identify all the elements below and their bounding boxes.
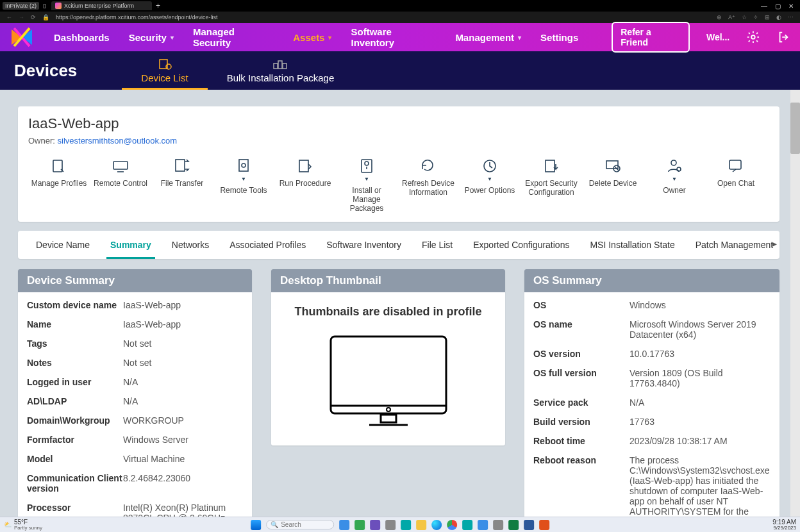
taskbar-app-icon[interactable] [385,520,396,530]
action-owner[interactable]: ▼Owner [644,154,705,215]
kv-key: Formfactor [27,432,123,447]
action-icon [481,157,499,175]
browser-titlebar: InPrivate (2) ▯ Xcitium Enterprise Platf… [0,0,800,12]
maximize-button[interactable]: ▢ [775,3,781,10]
tab-patch-management[interactable]: Patch Management [685,231,779,259]
device-summary-panel: Device Summary Custom device nameIaaS-We… [18,269,252,517]
nav-settings[interactable]: Settings [540,32,578,43]
gear-icon[interactable] [746,30,760,44]
kv-key: Name [27,317,123,332]
read-aloud-icon[interactable]: A⁺ [728,14,735,21]
taskbar-weather[interactable]: ⛅ 55°F Partly sunny [0,519,46,531]
action-delete-device[interactable]: Delete Device [582,154,644,215]
profile-icon[interactable]: ◐ [776,14,781,21]
svg-rect-3 [274,63,278,69]
action-export-security-configuration[interactable]: Export Security Configuration [521,154,582,215]
device-owner: Owner: silvestersmithtson@outlook.com [28,136,769,145]
tab-software-inventory[interactable]: Software Inventory [316,231,412,259]
action-label: Install or Manage Packages [337,186,396,213]
svg-rect-4 [278,61,282,69]
new-tab-button[interactable]: + [156,1,160,10]
app-logo-icon[interactable] [9,27,35,47]
action-remote-control[interactable]: Remote Control [90,154,151,215]
action-remote-tools[interactable]: ▼Remote Tools [213,154,274,215]
tabs-scroll-right-icon[interactable]: ▸ [772,238,777,249]
refer-friend-button[interactable]: Refer a Friend [612,22,690,53]
favorites-bar-icon[interactable]: ✧ [753,14,758,21]
word-icon[interactable] [524,520,534,530]
nav-software-inventory[interactable]: Software Inventory [351,26,436,48]
welcome-text[interactable]: Wel... [706,32,729,42]
minimize-button[interactable]: — [761,3,767,10]
taskbar-app-icon[interactable] [339,520,349,530]
app-header: Dashboards Security▾ Managed Security As… [0,23,800,51]
refresh-button[interactable]: ⟳ [31,14,36,21]
taskbar-app-icon[interactable] [462,520,472,530]
dropdown-indicator-icon: ▼ [364,176,369,182]
svg-rect-10 [239,160,248,171]
taskbar-app-icon[interactable] [370,520,380,530]
kv-value: N/A [123,374,243,390]
action-file-transfer[interactable]: File Transfer [151,154,213,215]
logout-icon[interactable] [777,30,791,44]
action-icon [419,157,437,175]
more-icon[interactable]: ⋯ [788,14,794,21]
action-open-chat[interactable]: Open Chat [705,154,767,215]
tab-exported-configurations[interactable]: Exported Configurations [463,231,579,259]
chrome-icon[interactable] [447,520,457,530]
collections-icon[interactable]: ⊞ [765,14,770,21]
taskbar-app-icon[interactable] [354,520,365,530]
taskbar-app-icon[interactable] [401,520,411,530]
svg-rect-9 [176,160,185,171]
taskbar-app-icon[interactable] [539,520,549,530]
nav-managed-security[interactable]: Managed Security [193,26,274,48]
taskbar-app-icon[interactable] [493,520,503,530]
taskbar-tray: 9:19 AM 9/29/2023 [769,519,800,531]
action-power-options[interactable]: ▼Power Options [459,154,521,215]
tab-device-name[interactable]: Device Name [26,231,100,259]
kv-value: IaaS-Web-app [123,297,243,313]
action-run-procedure[interactable]: Run Procedure [274,154,336,215]
subtab-device-list[interactable]: Device List [122,51,207,90]
kv-key: Notes [27,355,123,370]
search-icon: 🔍 [271,521,278,528]
action-label: Run Procedure [279,179,331,188]
tab-msi-installation-state[interactable]: MSI Installation State [579,231,685,259]
kv-key: Model [27,451,123,467]
action-manage-profiles[interactable]: Manage Profiles [28,154,90,215]
tab-file-list[interactable]: File List [412,231,463,259]
svg-point-2 [166,64,171,69]
close-button[interactable]: ✕ [788,3,794,10]
back-button[interactable]: ← [6,14,12,21]
edge-icon[interactable] [431,520,442,530]
file-explorer-icon[interactable] [416,520,426,530]
windows-taskbar: ⛅ 55°F Partly sunny 🔍 Search 9:19 AM 9/2… [0,517,800,532]
favorite-icon[interactable]: ☆ [742,14,747,21]
kv-value: IaaS-Web-app [123,317,243,332]
tab-networks[interactable]: Networks [162,231,219,259]
action-install-or-manage-packages[interactable]: ▼Install or Manage Packages [336,154,397,215]
tab-summary[interactable]: Summary [100,231,162,259]
browser-tab[interactable]: Xcitium Enterprise Platform [51,1,152,10]
device-list-icon [158,58,172,70]
nav-dashboards[interactable]: Dashboards [54,32,110,43]
forward-button[interactable]: → [19,14,24,21]
action-refresh-device-information[interactable]: Refresh Device Information [397,154,459,215]
start-button[interactable] [251,520,261,530]
tab-associated-profiles[interactable]: Associated Profiles [219,231,316,259]
nav-assets[interactable]: Assets▾ [293,32,331,43]
vertical-scrollbar[interactable] [790,90,800,517]
svg-rect-22 [729,160,741,169]
svg-rect-26 [381,415,396,422]
zoom-icon[interactable]: ⊕ [717,14,722,21]
taskbar-app-icon[interactable] [478,520,488,530]
nav-management[interactable]: Management▾ [455,32,521,43]
kv-key: OS full version [533,365,629,391]
nav-security[interactable]: Security▾ [129,32,174,43]
url-text[interactable]: https://openedr.platform.xcitium.com/ass… [56,14,218,21]
action-icon [358,157,376,175]
taskbar-search[interactable]: 🔍 Search [266,520,334,529]
excel-icon[interactable] [508,520,519,530]
subtab-bulk-install[interactable]: Bulk Installation Package [208,51,354,90]
owner-email-link[interactable]: silvestersmithtson@outlook.com [58,136,178,145]
